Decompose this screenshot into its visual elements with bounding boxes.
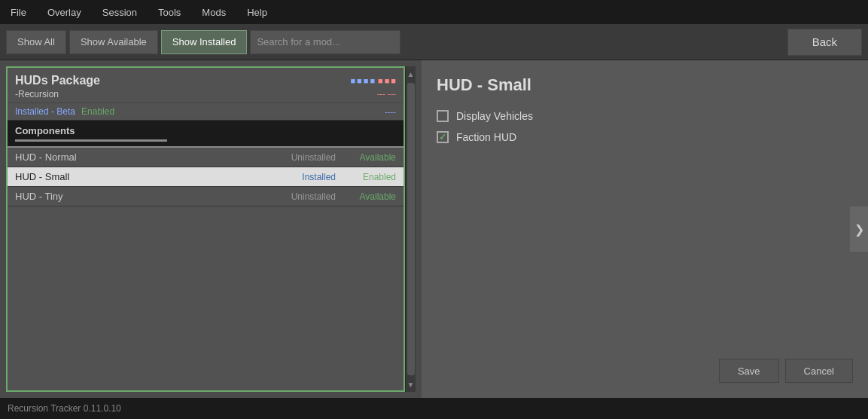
star-3: ■ — [364, 76, 369, 85]
action-buttons: Save Cancel — [437, 359, 853, 383]
rating-stars-blue: ■ ■ ■ ■ ■ ■ ■ — [350, 76, 396, 85]
expand-chevron[interactable]: ❯ — [850, 206, 868, 252]
component-install-2: Uninstalled — [260, 191, 336, 202]
statusbar: Recursion Tracker 0.11.0.10 — [0, 398, 868, 419]
right-panel: HUD - Small Display Vehicles Faction HUD… — [422, 60, 868, 398]
mod-author: -Recursion — [15, 89, 59, 99]
mod-header: HUDs Package ■ ■ ■ ■ ■ ■ ■ — [8, 68, 404, 103]
mod-title-row: HUDs Package ■ ■ ■ ■ ■ ■ ■ — [15, 74, 396, 87]
save-button[interactable]: Save — [719, 359, 779, 383]
component-row-0[interactable]: HUD - Normal Uninstalled Available — [8, 148, 404, 167]
component-status-2: Available — [336, 191, 396, 202]
components-list[interactable]: HUD - Normal Uninstalled Available HUD -… — [8, 148, 404, 390]
menu-help[interactable]: Help — [242, 4, 272, 21]
option-label-1: Faction HUD — [456, 131, 516, 143]
mod-name: HUDs Package — [15, 74, 100, 87]
search-input[interactable] — [250, 30, 400, 54]
component-install-1: Installed — [260, 172, 336, 182]
star-r2: ■ — [385, 76, 390, 85]
checkbox-display-vehicles[interactable] — [437, 110, 449, 122]
mod-subtitle-row: -Recursion --- --- — [15, 89, 396, 99]
left-scrollbar[interactable]: ▲ ▼ — [405, 66, 416, 392]
component-row-2[interactable]: HUD - Tiny Uninstalled Available — [8, 187, 404, 206]
menu-mods[interactable]: Mods — [197, 4, 230, 21]
component-name-1: HUD - Small — [15, 171, 260, 182]
checkbox-faction-hud[interactable] — [437, 131, 449, 143]
component-status-0: Available — [336, 152, 396, 163]
menu-session[interactable]: Session — [98, 4, 142, 21]
star-1: ■ — [350, 76, 355, 85]
menubar: File Overlay Session Tools Mods Help — [0, 0, 868, 24]
toolbar: Show All Show Available Show Installed B… — [0, 24, 868, 60]
option-label-0: Display Vehicles — [456, 110, 533, 122]
main-content: HUDs Package ■ ■ ■ ■ ■ ■ ■ — [0, 60, 868, 398]
component-install-0: Uninstalled — [260, 152, 336, 163]
mod-status-row: Installed - Beta Enabled ---- — [8, 103, 404, 121]
option-row-0: Display Vehicles — [437, 110, 853, 122]
detail-title: HUD - Small — [437, 75, 853, 95]
star-2: ■ — [357, 76, 362, 85]
cancel-button[interactable]: Cancel — [785, 359, 853, 383]
component-row-1[interactable]: HUD - Small Installed Enabled — [8, 167, 404, 187]
show-available-button[interactable]: Show Available — [69, 30, 158, 54]
statusbar-text: Recursion Tracker 0.11.0.10 — [8, 403, 121, 414]
star-r1: ■ — [378, 76, 383, 85]
option-row-1: Faction HUD — [437, 131, 853, 143]
scroll-thumb[interactable] — [407, 83, 415, 375]
subtitle-rating: --- --- — [377, 89, 396, 99]
component-status-1: Enabled — [336, 172, 396, 182]
star-r3: ■ — [391, 76, 396, 85]
status-dash: ---- — [385, 107, 396, 116]
left-panel: HUDs Package ■ ■ ■ ■ ■ ■ ■ — [0, 60, 422, 398]
back-button[interactable]: Back — [787, 29, 862, 56]
components-header: Components — [8, 121, 404, 148]
component-name-2: HUD - Tiny — [15, 191, 260, 202]
star-4: ■ — [370, 76, 375, 85]
menu-tools[interactable]: Tools — [154, 4, 185, 21]
mod-card: HUDs Package ■ ■ ■ ■ ■ ■ ■ — [6, 66, 405, 392]
menu-overlay[interactable]: Overlay — [43, 4, 86, 21]
components-section: Components HUD - Normal Uninstalled Avai… — [8, 121, 404, 390]
status-beta: Installed - Beta — [15, 106, 75, 117]
scroll-up-arrow[interactable]: ▲ — [406, 66, 416, 81]
show-all-button[interactable]: Show All — [6, 30, 66, 54]
scroll-down-arrow[interactable]: ▼ — [406, 377, 416, 392]
status-enabled: Enabled — [81, 106, 114, 117]
component-name-0: HUD - Normal — [15, 151, 260, 163]
show-installed-button[interactable]: Show Installed — [161, 30, 248, 54]
menu-file[interactable]: File — [6, 4, 31, 21]
